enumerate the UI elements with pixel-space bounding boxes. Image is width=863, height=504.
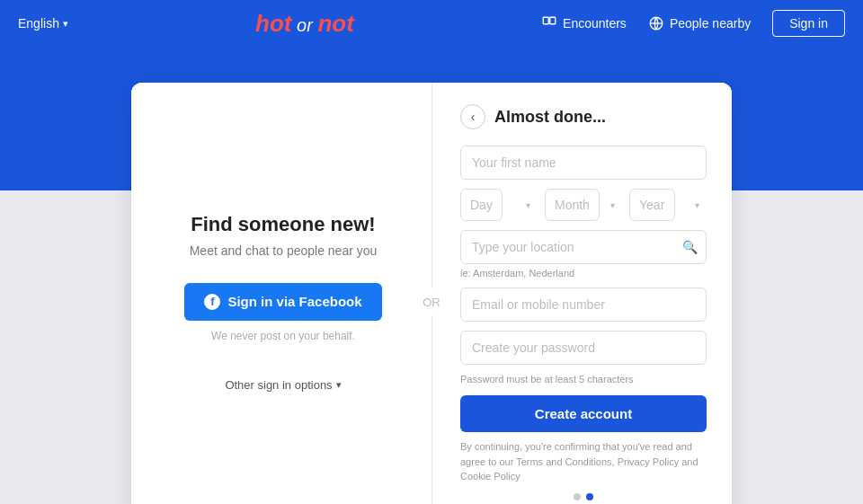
- month-chevron-icon: ▾: [610, 200, 615, 210]
- language-selector[interactable]: English ▾: [18, 16, 68, 31]
- pagination-dots: [460, 493, 707, 500]
- month-select[interactable]: Month: [545, 189, 600, 221]
- people-nearby-nav[interactable]: People nearby: [648, 15, 751, 31]
- encounters-nav[interactable]: Encounters: [541, 15, 627, 31]
- site-logo: hot or not: [255, 10, 354, 38]
- other-signin-label: Other sign in options: [225, 378, 332, 392]
- year-select[interactable]: Year: [629, 189, 675, 221]
- date-of-birth-row: Day ▾ Month ▾ Year ▾: [460, 189, 707, 221]
- other-signin-chevron: ▾: [336, 379, 342, 391]
- encounters-icon: [541, 15, 557, 31]
- header-nav: Encounters People nearby Sign in: [541, 10, 845, 37]
- location-hint: ie: Amsterdam, Nederland: [460, 268, 707, 279]
- email-input[interactable]: [460, 287, 707, 322]
- logo-hot: hot: [255, 10, 291, 37]
- year-select-wrap: Year ▾: [629, 189, 707, 221]
- header: English ▾ hot or not Encounters People n…: [0, 0, 863, 47]
- encounters-label: Encounters: [563, 16, 627, 31]
- left-title: Find someone new!: [191, 213, 375, 236]
- other-signin-options[interactable]: Other sign in options ▾: [225, 378, 341, 392]
- dot-1: [574, 493, 581, 500]
- svg-rect-1: [550, 17, 556, 24]
- back-button[interactable]: ‹: [460, 104, 485, 129]
- day-chevron-icon: ▾: [526, 200, 530, 210]
- left-panel: Find someone new! Meet and chat to peopl…: [131, 83, 435, 504]
- password-hint: Password must be at least 5 characters: [460, 374, 707, 385]
- dot-2: [586, 493, 593, 500]
- modal-card: Find someone new! Meet and chat to peopl…: [131, 83, 732, 504]
- fb-disclaimer: We never post on your behalf.: [211, 330, 355, 342]
- create-account-button[interactable]: Create account: [460, 395, 707, 432]
- year-chevron-icon: ▾: [695, 200, 699, 210]
- first-name-input[interactable]: [460, 146, 707, 180]
- people-nearby-label: People nearby: [670, 16, 751, 31]
- logo-or: or: [292, 15, 318, 35]
- right-header: ‹ Almost done...: [460, 104, 707, 129]
- fb-button-label: Sign in via Facebook: [227, 294, 361, 309]
- globe-icon: [648, 15, 664, 31]
- day-select-wrap: Day ▾: [460, 189, 538, 221]
- language-label: English: [18, 16, 59, 31]
- right-title: Almost done...: [494, 108, 606, 127]
- left-subtitle: Meet and chat to people near you: [190, 243, 378, 258]
- or-divider: OR: [419, 288, 444, 316]
- search-icon: 🔍: [682, 240, 698, 254]
- svg-rect-0: [543, 17, 548, 24]
- signin-button[interactable]: Sign in: [772, 10, 845, 37]
- logo-not: not: [317, 10, 353, 37]
- right-panel: ‹ Almost done... Day ▾ Month ▾: [435, 83, 732, 504]
- chevron-left-icon: ‹: [471, 110, 476, 124]
- password-input[interactable]: [460, 331, 707, 365]
- location-input[interactable]: [460, 230, 707, 264]
- facebook-signin-button[interactable]: f Sign in via Facebook: [184, 283, 382, 321]
- month-select-wrap: Month ▾: [545, 189, 622, 221]
- location-wrap: 🔍: [460, 230, 707, 264]
- facebook-icon: f: [204, 294, 220, 310]
- legal-text: By continuing, you're confirming that yo…: [460, 439, 707, 484]
- language-dropdown-icon: ▾: [63, 18, 68, 30]
- day-select[interactable]: Day: [460, 189, 503, 221]
